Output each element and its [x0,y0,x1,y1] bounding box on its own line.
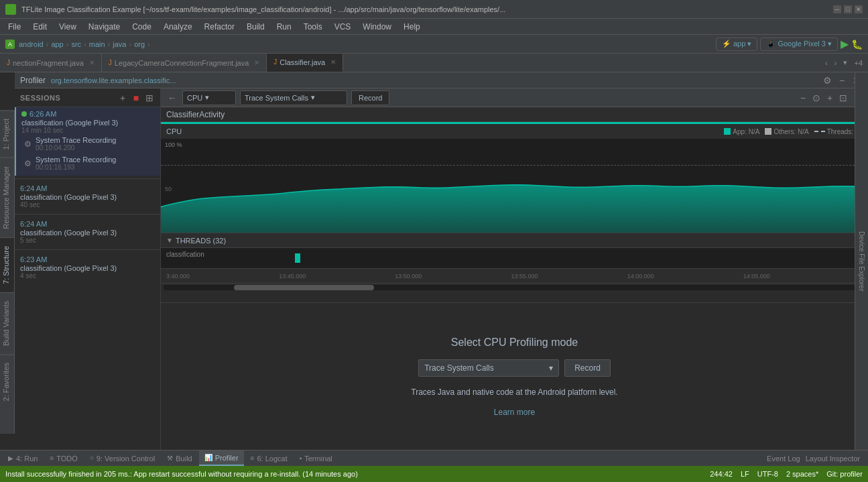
session-recording-1[interactable]: ⚙ System Trace Recording 00:10:04.200 [21,134,155,154]
debug-btn[interactable]: 🐛 [851,39,863,50]
editor-tabs: J nectionFragment.java ✕ J LegacyCameraC… [0,54,868,72]
tab-close-1[interactable]: ✕ [254,59,259,66]
session-time-3: 6:24 AM [20,220,155,228]
cpu-chart-svg [161,139,868,233]
vc-icon: ⑂ [90,455,94,462]
legend-app: App: N/A [724,128,759,135]
event-log-link[interactable]: Event Log [767,455,800,463]
sidebar-item-structure[interactable]: 7: Structure [0,237,14,292]
profiling-record-button[interactable]: Record [564,359,611,377]
menu-file[interactable]: File [3,21,26,33]
sessions-layout-btn[interactable]: ⊞ [144,93,155,103]
breadcrumb-org[interactable]: org [134,40,145,48]
profiler-toolbar: ← CPU ▾ Trace System Calls ▾ Record − ⊙ [161,88,868,107]
window-controls[interactable]: ─ □ ✕ [833,5,863,13]
menu-edit[interactable]: Edit [27,21,52,33]
sidebar-item-build-variants[interactable]: Build Variants [0,292,14,354]
zoom-in-btn[interactable]: + [824,92,836,104]
cpu-label: CPU [166,127,724,135]
maximize-btn[interactable]: □ [844,5,852,13]
threads-collapse-arrow[interactable]: ▼ [166,237,173,244]
menu-refactor[interactable]: Refactor [199,21,240,33]
close-btn[interactable]: ✕ [855,5,863,13]
settings-btn[interactable]: ⚙ [821,74,833,86]
breadcrumb-java[interactable]: java [113,40,126,48]
menu-code[interactable]: Code [127,21,157,33]
bottom-tab-build[interactable]: ⚒ Build [162,450,197,466]
profiling-learn-more-link[interactable]: Learn more [494,408,535,417]
menu-vcs[interactable]: VCS [329,21,357,33]
tab-legacy-fragment[interactable]: J LegacyCameraConnectionFragment.java ✕ [102,54,267,72]
session-duration-3: 5 sec [20,237,155,244]
minimize-btn[interactable]: ─ [833,5,841,13]
session-divider-1 [15,178,160,179]
todo-icon: ≡ [50,455,54,462]
tabs-menu[interactable]: ▾ [841,57,850,68]
bottom-tab-logcat[interactable]: ≡ 6: Logcat [245,450,293,466]
sessions-stop-btn[interactable]: ■ [131,93,141,103]
zoom-reset-btn[interactable]: ⊙ [810,92,822,104]
toolbar-right-btns: − ⊙ + ⊡ ⏸ [797,92,863,104]
line-col: 244:42 [710,470,733,478]
minimize-panel-btn[interactable]: − [836,74,848,86]
right-side-panel: Device File Explorer [855,88,868,450]
scroll-area[interactable] [161,283,868,291]
sidebar-item-project[interactable]: 1: Project [0,110,14,158]
menu-tools[interactable]: Tools [298,21,328,33]
menu-view[interactable]: View [54,21,82,33]
tabs-nav-right[interactable]: › [832,58,840,68]
menu-navigate[interactable]: Navigate [83,21,125,33]
bottom-tab-todo[interactable]: ≡ TODO [44,450,82,466]
layout-inspector-link[interactable]: Layout Inspector [806,455,860,463]
tab-classifier[interactable]: J Classifier.java ✕ [267,54,343,72]
sidebar-item-favorites[interactable]: 2: Favorites [0,354,14,409]
session-time-2: 6:24 AM [20,184,155,192]
session-recording-2[interactable]: ⚙ System Trace Recording 00:01:16.193 [21,154,155,173]
zoom-fit-btn[interactable]: ⊡ [837,92,849,104]
tabs-nav-left[interactable]: ‹ [822,58,830,68]
java-icon-2: J [109,59,112,66]
menu-build[interactable]: Build [241,21,270,33]
back-btn[interactable]: ← [166,92,178,104]
tab-close-2[interactable]: ✕ [330,58,336,66]
sidebar-item-resource[interactable]: Resource Manager [0,158,14,237]
device-file-explorer-label[interactable]: Device File Explorer [856,226,867,296]
legend-others-color [765,128,771,135]
sessions-add-btn[interactable]: + [117,93,128,103]
session-duration-1: 14 min 10 sec [21,127,155,134]
breadcrumb-main[interactable]: main [89,40,105,48]
timeline-markers: 3:40.000 13:45.000 13:50.000 13:55.000 1… [161,273,868,280]
bottom-tab-run[interactable]: ▶ 4: Run [3,450,43,466]
scroll-thumb[interactable] [234,285,374,290]
bottom-tab-terminal[interactable]: ▪ Terminal [294,450,338,466]
breadcrumb-bar: A android › app › src › main › java › or… [0,35,868,54]
menu-analyze[interactable]: Analyze [158,21,198,33]
menu-window[interactable]: Window [357,21,397,33]
session-divider-3 [15,249,160,250]
app-icon [5,4,16,15]
menu-help[interactable]: Help [398,21,426,33]
legend-others: Others: N/A [765,128,808,135]
menu-run[interactable]: Run [271,21,297,33]
cpu-dropdown-arrow: ▾ [205,93,209,102]
record-button[interactable]: Record [351,91,389,105]
tab-connection-fragment[interactable]: J nectionFragment.java ✕ [0,54,102,72]
zoom-out-btn[interactable]: − [797,92,809,104]
run-btn[interactable]: ▶ [841,38,849,50]
tab-close-0[interactable]: ✕ [89,59,95,66]
bottom-tab-version-control[interactable]: ⑂ 9: Version Control [84,450,160,466]
profiling-mode-dropdown[interactable]: Trace System Calls ▾ [418,359,559,377]
device-dropdown[interactable]: 📱 Google Pixel 3 ▾ [760,38,838,51]
bottom-tab-profiler[interactable]: 📊 Profiler [199,450,244,466]
spaces: 2 spaces* [786,470,818,478]
cpu-dropdown[interactable]: CPU ▾ [182,91,236,105]
bottom-toolbar: ▶ 4: Run ≡ TODO ⑂ 9: Version Control ⚒ B… [0,450,868,466]
breadcrumb-android[interactable]: android [19,40,44,48]
trace-dropdown[interactable]: Trace System Calls ▾ [240,91,347,105]
scroll-track[interactable] [164,285,865,290]
breadcrumb-app[interactable]: app [51,40,63,48]
profiler-panel: Profiler org.tensorflow.lite.examples.cl… [15,72,868,450]
breadcrumb-src[interactable]: src [71,40,81,48]
app-dropdown[interactable]: ⚡ app ▾ [716,38,757,51]
chart-area: ClassifierActivity CPU App: N/A [161,107,868,450]
